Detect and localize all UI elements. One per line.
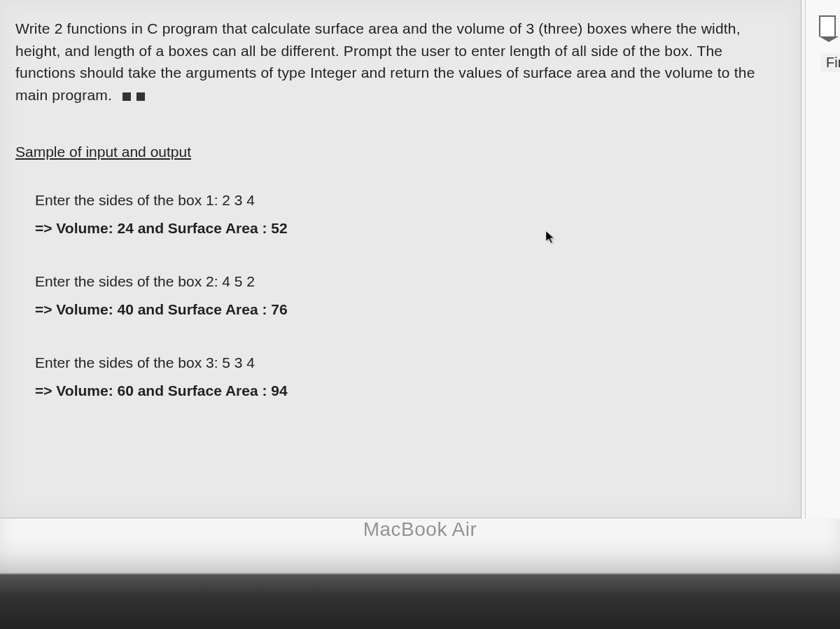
right-sidebar: Fir	[805, 0, 840, 518]
square-icon	[122, 92, 131, 101]
sample-block-1: Enter the sides of the box 1: 2 3 4 => V…	[35, 189, 787, 239]
square-icon	[136, 92, 145, 101]
sample-input: Enter the sides of the box 3: 5 3 4	[35, 352, 787, 374]
laptop-bezel	[0, 574, 840, 629]
sample-output: => Volume: 24 and Surface Area : 52	[35, 217, 787, 240]
screen-area: Write 2 functions in C program that calc…	[0, 0, 840, 574]
mouse-cursor-icon	[546, 231, 556, 244]
sample-output: => Volume: 40 and Surface Area : 76	[35, 298, 787, 321]
document-content: Write 2 functions in C program that calc…	[0, 0, 802, 518]
sample-block-2: Enter the sides of the box 2: 4 5 2 => V…	[35, 270, 787, 320]
partial-button-label[interactable]: Fir	[820, 53, 840, 72]
sample-block-3: Enter the sides of the box 3: 5 3 4 => V…	[35, 352, 787, 401]
redaction-squares	[122, 85, 146, 107]
bookmark-icon[interactable]	[819, 15, 836, 36]
sample-output: => Volume: 60 and Surface Area : 94	[35, 380, 787, 402]
problem-statement: Write 2 functions in C program that calc…	[15, 18, 787, 107]
device-brand-label: MacBook Air	[363, 518, 477, 541]
sample-input: Enter the sides of the box 2: 4 5 2	[35, 270, 787, 293]
sample-io-header: Sample of input and output	[15, 141, 787, 163]
sample-input: Enter the sides of the box 1: 2 3 4	[35, 189, 787, 212]
